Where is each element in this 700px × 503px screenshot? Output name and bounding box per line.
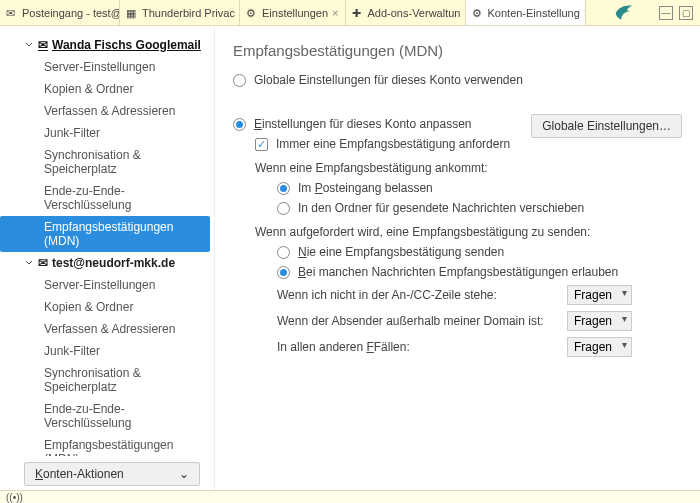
sidebar-item[interactable]: Verfassen & Adressieren [0,318,210,340]
main-area: ✉Wanda Fischs GooglemailServer-Einstellu… [0,26,700,491]
tab-0[interactable]: ✉Posteingang - test@ne× [0,0,120,25]
sidebar-item[interactable]: Junk-Filter [0,122,210,144]
close-icon[interactable]: × [584,7,586,19]
checkbox-always-request[interactable]: ✓ [255,138,268,151]
tab-icon: ✚ [352,7,364,19]
tab-2[interactable]: ⚙Einstellungen× [240,0,346,25]
label-move-sent: In den Ordner für gesendete Nachrichten … [298,201,584,215]
account-icon: ✉ [38,256,48,270]
sidebar-item[interactable]: Ende-zu-Ende-Verschlüsselung [0,180,210,216]
label-always-request: Immer eine Empfangsbestätigung anfordern [276,137,510,151]
tab-strip: ✉Posteingang - test@ne×▦Thunderbird Priv… [0,0,596,25]
account-actions-button[interactable]: Konten-Aktionen ⌄ [24,462,200,486]
tab-3[interactable]: ✚Add-ons-Verwaltun× [346,0,466,25]
section-send-title: Wenn aufgefordert wird, eine Empfangsbes… [255,225,590,239]
account-header[interactable]: ✉test@neudorf-mkk.de [0,252,210,274]
label-other-cases: In allen anderen FFällen: [277,340,567,354]
radio-use-global[interactable] [233,74,246,87]
radio-never-send[interactable] [277,246,290,259]
status-bar: ((•)) [0,491,700,503]
account-name: test@neudorf-mkk.de [52,256,175,270]
chevron-down-icon: ⌄ [179,467,189,481]
sidebar-item[interactable]: Synchronisation & Speicherplatz [0,144,210,180]
tab-label: Thunderbird Privac [142,7,235,19]
tab-1[interactable]: ▦Thunderbird Privac× [120,0,240,25]
section-incoming-title: Wenn eine Empfangsbestätigung ankommt: [255,161,488,175]
sidebar-item[interactable]: Kopien & Ordner [0,78,210,100]
sidebar-item[interactable]: Junk-Filter [0,340,210,362]
sidebar-item[interactable]: Ende-zu-Ende-Verschlüsselung [0,398,210,434]
select-not-in-cc[interactable]: Fragen [567,285,632,305]
label-allow-some: Bei manchen Nachrichten Empfangsbestätig… [298,265,618,279]
close-icon[interactable]: × [332,7,338,19]
tab-4[interactable]: ⚙Konten-Einstellung× [466,0,586,25]
tab-icon: ▦ [126,7,138,19]
tab-icon: ✉ [6,7,18,19]
radio-move-sent[interactable] [277,202,290,215]
tab-icon: ⚙ [472,7,484,19]
account-icon: ✉ [38,38,48,52]
window-controls: — ▢ [652,6,700,20]
label-never-send: Nie eine Empfangsbestätigung senden [298,245,504,259]
sidebar-item[interactable]: Empfangsbestätigungen (MDN) [0,216,210,252]
sidebar-item[interactable]: Synchronisation & Speicherplatz [0,362,210,398]
sidebar-item[interactable]: Empfangsbestätigungen (MDN) [0,434,210,456]
sidebar-item[interactable]: Kopien & Ordner [0,296,210,318]
radio-allow-some[interactable] [277,266,290,279]
tab-label: Posteingang - test@ne [22,7,120,19]
twisty-icon [24,258,34,268]
radio-custom-settings[interactable] [233,118,246,131]
page-title: Empfangsbestätigungen (MDN) [233,42,682,59]
twisty-icon [24,40,34,50]
sidebar-item[interactable]: Verfassen & Adressieren [0,100,210,122]
label-not-in-cc: Wenn ich nicht in der An-/CC-Zeile stehe… [277,288,567,302]
account-sidebar: ✉Wanda Fischs GooglemailServer-Einstellu… [0,26,215,490]
window-chrome: ✉Posteingang - test@ne×▦Thunderbird Priv… [0,0,700,26]
radio-keep-inbox[interactable] [277,182,290,195]
select-other-cases[interactable]: Fragen [567,337,632,357]
thunderbird-logo-icon [613,2,635,24]
label-outside-domain: Wenn der Absender außerhalb meiner Domai… [277,314,567,328]
label-use-global: Globale Einstellungen für dieses Konto v… [254,73,523,87]
settings-content: Empfangsbestätigungen (MDN) Globale Eins… [215,26,700,490]
sidebar-item[interactable]: Server-Einstellungen [0,274,210,296]
maximize-button[interactable]: ▢ [679,6,693,20]
tab-label: Konten-Einstellung [488,7,580,19]
label-custom-settings: Einstellungen für dieses Konto anpassen [254,117,472,131]
app-logo [596,0,652,25]
select-outside-domain[interactable]: Fragen [567,311,632,331]
connection-icon: ((•)) [6,492,23,503]
sidebar-item[interactable]: Server-Einstellungen [0,56,210,78]
global-settings-button[interactable]: Globale Einstellungen… [531,114,682,138]
tab-icon: ⚙ [246,7,258,19]
label-keep-inbox: Im Posteingang belassen [298,181,433,195]
tab-label: Add-ons-Verwaltun [368,7,461,19]
minimize-button[interactable]: — [659,6,673,20]
account-header[interactable]: ✉Wanda Fischs Googlemail [0,34,210,56]
account-tree: ✉Wanda Fischs GooglemailServer-Einstellu… [0,34,210,456]
tab-label: Einstellungen [262,7,328,19]
account-name: Wanda Fischs Googlemail [52,38,201,52]
